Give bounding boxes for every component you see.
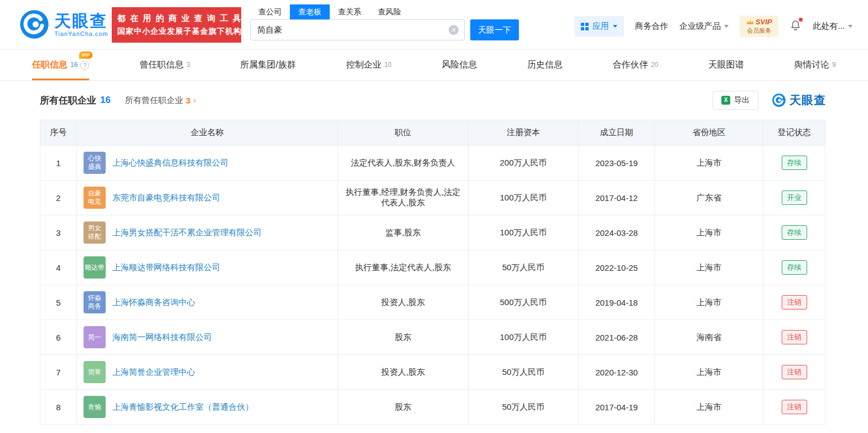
search-input[interactable] (251, 20, 464, 40)
crown-icon (746, 19, 754, 25)
tab-controlled-companies[interactable]: 控制企业 10 (346, 50, 391, 80)
user-name: 此处有... (813, 21, 845, 32)
brand-name: 天眼查 (54, 12, 108, 30)
date-cell: 2019-04-18 (579, 285, 655, 320)
tab-label: 所属集团/族群 (240, 59, 295, 71)
svip-label: SVIP (756, 18, 772, 26)
tab-label: 舆情讨论 (794, 59, 829, 71)
user-account-menu[interactable]: 此处有... (813, 21, 853, 32)
company-logo-text: 顺达带 (85, 264, 105, 272)
brand-logo[interactable]: 天眼查 TianYanCha.com (19, 9, 108, 40)
company-link[interactable]: 上海顺达带网络科技有限公司 (112, 262, 220, 273)
search-tab-company[interactable]: 查公司 (250, 4, 290, 19)
company-logo-text: 青愉 (88, 403, 101, 411)
col-capital: 注册资本 (469, 120, 579, 146)
position-cell: 投资人,股东 (338, 355, 469, 390)
col-date: 成立日期 (579, 120, 655, 146)
date-cell: 2023-05-19 (579, 146, 655, 181)
promo-banner[interactable]: 都 在 用 的 商 业 查 询 工 具 国家中小企业发展子基金旗下机构 (112, 7, 241, 43)
company-logo-text: 自豪 (88, 189, 101, 198)
table-row: 2 自豪 电竞 东莞市自豪电竞科技有限公司 执行董事,经理,财务负责人,法定代表… (40, 181, 825, 215)
company-link[interactable]: 东莞市自豪电竞科技有限公司 (112, 193, 220, 203)
apps-menu-button[interactable]: 应用 (574, 16, 624, 37)
province-cell: 上海市 (655, 285, 763, 320)
export-button[interactable]: X 导出 (713, 91, 758, 110)
company-logo: 自豪 电竞 (84, 187, 106, 209)
tab-count: 16 (70, 61, 77, 69)
company-link[interactable]: 上海青愉影视文化工作室（普通合伙） (112, 402, 253, 413)
search-button[interactable]: 天眼一下 (470, 19, 519, 40)
status-badge: 存续 (782, 156, 807, 170)
nav-business-coop[interactable]: 商务合作 (635, 21, 668, 32)
detail-tabbar: VIP 任职信息 16 ? 曾任职信息 3 所属集团/族群 控制企业 10 风险… (0, 50, 868, 81)
help-icon[interactable]: ? (80, 61, 89, 70)
tianyancha-eye-icon (19, 9, 50, 40)
company-link[interactable]: 海南简一网络科技有限公司 (112, 332, 212, 343)
tab-risk-info[interactable]: 风险信息 (441, 50, 477, 80)
tab-graph[interactable]: 天眼图谱 (709, 50, 744, 80)
status-badge: 存续 (782, 260, 807, 275)
tab-past-positions[interactable]: 曾任职信息 3 (139, 50, 190, 80)
company-link[interactable]: 上海心快盛典信息科技有限公司 (112, 158, 228, 168)
company-link[interactable]: 上海男女搭配干活不累企业管理有限公司 (112, 228, 262, 238)
capital-cell: 200万人民币 (469, 146, 579, 181)
excel-icon: X (721, 96, 730, 105)
capital-cell: 100万人民币 (469, 215, 579, 250)
province-cell: 广东省 (655, 181, 763, 215)
capital-cell: 50万人民币 (469, 250, 579, 285)
header-right-nav: 应用 商务合作 企业级产品 SVIP 会员服务 此处有... (574, 16, 853, 37)
chevron-down-icon (724, 25, 729, 28)
vip-badge: VIP (79, 51, 93, 59)
tab-public-opinion[interactable]: 舆情讨论 9 (794, 50, 836, 80)
position-cell: 投资人,股东 (338, 285, 469, 320)
search-tab-relation[interactable]: 查关系 (330, 4, 370, 19)
company-link[interactable]: 上海怀淼商务咨询中心 (112, 297, 195, 308)
province-cell: 海南省 (655, 320, 763, 355)
table-row: 4 顺达带 上海顺达带网络科技有限公司 执行董事,法定代表人,股东 50万人民币… (40, 250, 825, 285)
date-cell: 2017-04-12 (579, 181, 655, 215)
seq-cell: 1 (40, 146, 77, 181)
clear-icon[interactable]: ✕ (449, 25, 459, 35)
tab-partners[interactable]: 合作伙伴 20 (613, 50, 658, 80)
seq-cell: 3 (40, 215, 77, 250)
past-positions-link[interactable]: 所有曾任职企业 3 › (125, 95, 196, 106)
notification-bell-icon[interactable] (789, 19, 802, 34)
tab-count: 10 (384, 61, 391, 69)
date-cell: 2022-10-25 (579, 250, 655, 285)
table-header-row: 序号 企业名称 职位 注册资本 成立日期 省份地区 登记状态 (40, 120, 825, 146)
company-logo-text: 商务 (88, 302, 101, 311)
capital-cell: 100万人民币 (469, 181, 579, 215)
seq-cell: 7 (40, 355, 77, 390)
company-logo-text: 电竞 (88, 198, 101, 206)
tianyancha-eye-icon (772, 93, 786, 107)
tab-label: 控制企业 (346, 59, 381, 71)
apps-label: 应用 (592, 21, 609, 32)
watermark-brand-text: 天眼查 (789, 92, 826, 108)
capital-cell: 100万人民币 (469, 320, 579, 355)
col-province: 省份地区 (655, 120, 763, 146)
nav-enterprise-products[interactable]: 企业级产品 (679, 21, 729, 32)
svip-member-badge[interactable]: SVIP 会员服务 (740, 16, 779, 37)
tab-history-info[interactable]: 历史信息 (527, 50, 563, 80)
company-logo: 青愉 (84, 396, 106, 418)
promo-line2: 国家中小企业发展子基金旗下机构 (117, 27, 236, 37)
seq-cell: 2 (40, 181, 77, 215)
tab-group[interactable]: 所属集团/族群 (240, 50, 295, 80)
company-logo-text: 简誉 (88, 368, 101, 377)
search-tab-boss[interactable]: 查老板 (290, 4, 330, 19)
seq-cell: 5 (40, 285, 77, 320)
tab-count: 20 (651, 61, 658, 69)
tab-label: 曾任职信息 (139, 59, 184, 71)
past-positions-count: 3 (186, 96, 190, 105)
company-logo-text: 怀淼 (88, 294, 101, 302)
chevron-down-icon (848, 25, 853, 28)
company-link[interactable]: 上海简誉企业管理中心 (112, 367, 195, 378)
tab-positions[interactable]: VIP 任职信息 16 ? (32, 50, 89, 80)
capital-cell: 50万人民币 (469, 355, 579, 390)
col-company: 企业名称 (77, 120, 338, 146)
date-cell: 2021-06-28 (579, 320, 655, 355)
search-tab-risk[interactable]: 查风险 (370, 4, 409, 19)
seq-cell: 6 (40, 320, 77, 355)
tab-label: 历史信息 (527, 59, 563, 71)
tab-label: 风险信息 (441, 59, 477, 71)
